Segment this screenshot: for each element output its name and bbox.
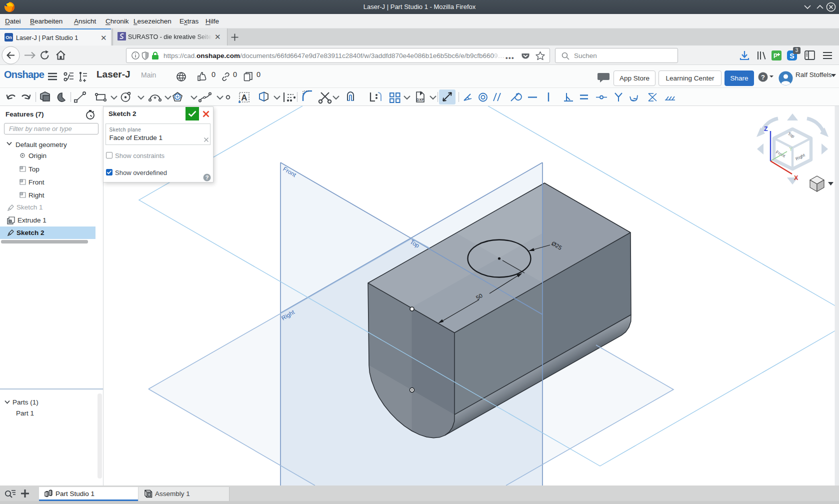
- svg-text:P: P: [774, 52, 778, 60]
- svg-text:DXF: DXF: [416, 98, 424, 102]
- svg-text:Z: Z: [764, 126, 768, 132]
- svg-text:On: On: [6, 35, 12, 40]
- svg-text:?: ?: [206, 174, 209, 180]
- svg-text:X: X: [794, 174, 798, 182]
- svg-text:?: ?: [761, 74, 765, 81]
- svg-text:Y: Y: [789, 146, 793, 152]
- svg-text:A: A: [241, 93, 247, 102]
